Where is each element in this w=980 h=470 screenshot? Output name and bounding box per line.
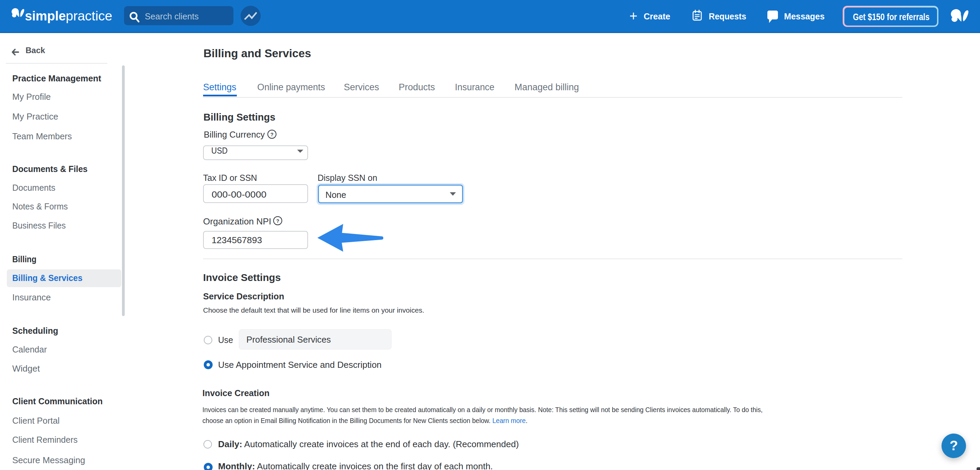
- svg-text:?: ?: [270, 132, 273, 137]
- svg-text:?: ?: [276, 218, 279, 224]
